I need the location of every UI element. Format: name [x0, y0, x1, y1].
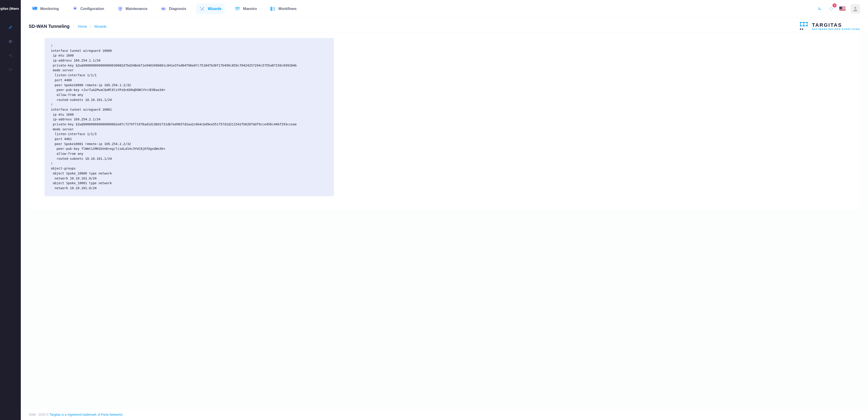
svg-rect-13 [236, 8, 237, 9]
sidebar-nav [0, 17, 21, 74]
svg-rect-14 [237, 8, 238, 9]
avatar-icon [852, 6, 858, 12]
monitor-icon [32, 6, 38, 12]
sidebar-item-link[interactable] [6, 23, 14, 31]
svg-rect-17 [237, 10, 238, 11]
sidebar: rgitas (Maes [0, 0, 21, 420]
nav-maestro[interactable]: Maestro [231, 3, 260, 14]
nav-configuration[interactable]: Configuration [69, 3, 107, 14]
nav-monitoring[interactable]: Monitoring [29, 3, 62, 14]
crumb-wizards[interactable]: Wizards [94, 24, 106, 28]
content-scroll[interactable]: ! interface tunnel wireguard 10000 ip mt… [21, 32, 868, 409]
svg-point-34 [800, 29, 801, 30]
svg-rect-15 [239, 8, 239, 9]
notification-badge: 3 [833, 3, 837, 7]
nav-maintenance-label: Maintenance [126, 7, 148, 11]
gear-icon [72, 6, 78, 12]
nav-wizards[interactable]: Wizards [196, 3, 225, 14]
svg-point-2 [11, 54, 11, 55]
apps-icon [829, 6, 833, 11]
breadcrumb: SD-WAN Tunneling Home / Wizards [29, 24, 106, 29]
terminal-icon [817, 6, 822, 11]
config-output[interactable]: ! interface tunnel wireguard 10000 ip mt… [44, 38, 334, 196]
footer-years: 2006 - 2023 © [29, 413, 49, 416]
svg-rect-4 [32, 7, 37, 10]
share-icon [8, 53, 12, 57]
svg-rect-12 [239, 7, 239, 8]
footer-text: Targitas is a registered trademark of Pa… [50, 413, 123, 416]
flag-us-icon [839, 6, 846, 11]
sidebar-item-history[interactable] [6, 37, 14, 46]
clock-icon [8, 39, 12, 44]
brand-block: TARGITAS SOFTWARE DEFINED EVERYTHING [799, 21, 860, 32]
top-menu: Monitoring Configuration Maintenance Dia… [29, 3, 814, 14]
columns-icon [270, 6, 276, 12]
nav-configuration-label: Configuration [81, 7, 104, 11]
nav-maintenance[interactable]: Maintenance [114, 3, 151, 14]
language-button[interactable] [839, 6, 846, 12]
svg-point-7 [74, 8, 76, 9]
svg-point-35 [802, 29, 803, 30]
svg-rect-18 [271, 7, 272, 11]
crumb-home[interactable]: Home [78, 24, 87, 28]
nav-maestro-label: Maestro [243, 7, 257, 11]
page-title: SD-WAN Tunneling [29, 24, 70, 29]
sidebar-brand-truncated: rgitas (Maes [0, 0, 21, 17]
nav-diagnosis-label: Diagnosis [169, 7, 186, 11]
svg-point-1 [9, 55, 10, 56]
crumb-separator: / [90, 24, 91, 28]
nav-wizards-label: Wizards [208, 7, 221, 11]
svg-rect-5 [34, 10, 36, 10]
nav-monitoring-label: Monitoring [40, 7, 59, 11]
activity-icon [160, 6, 166, 12]
logout-icon [8, 67, 12, 72]
config-card: ! interface tunnel wireguard 10000 ip mt… [29, 33, 860, 210]
footer: 2006 - 2023 © Targitas is a registered t… [21, 409, 868, 420]
svg-rect-20 [274, 7, 275, 11]
magic-wand-icon [199, 6, 205, 12]
top-actions: 3 [817, 4, 860, 13]
nav-workflows[interactable]: Workflows [267, 3, 300, 14]
svg-point-22 [855, 7, 857, 9]
page-header: SD-WAN Tunneling Home / Wizards [21, 18, 868, 32]
svg-rect-21 [820, 9, 822, 10]
brand-logo-icon [799, 21, 809, 32]
nav-diagnosis[interactable]: Diagnosis [157, 3, 189, 14]
user-avatar[interactable] [850, 4, 860, 13]
svg-rect-10 [236, 7, 237, 8]
link-icon [8, 25, 12, 29]
svg-rect-11 [237, 7, 238, 8]
sidebar-item-share[interactable] [6, 51, 14, 59]
grid-icon [235, 6, 241, 12]
svg-rect-6 [33, 7, 35, 8]
svg-rect-19 [272, 7, 274, 11]
terminal-button[interactable] [817, 6, 823, 12]
sidebar-item-logout[interactable] [6, 65, 14, 74]
svg-point-3 [11, 56, 11, 57]
nav-workflows-label: Workflows [278, 7, 297, 11]
app-container: Monitoring Configuration Maintenance Dia… [21, 0, 868, 420]
shield-check-icon [117, 6, 123, 12]
brand-tagline: SOFTWARE DEFINED EVERYTHING [812, 28, 860, 30]
brand-name: TARGITAS [812, 22, 860, 28]
apps-button[interactable]: 3 [828, 6, 834, 12]
top-nav: Monitoring Configuration Maintenance Dia… [21, 0, 868, 18]
svg-rect-16 [236, 10, 237, 11]
